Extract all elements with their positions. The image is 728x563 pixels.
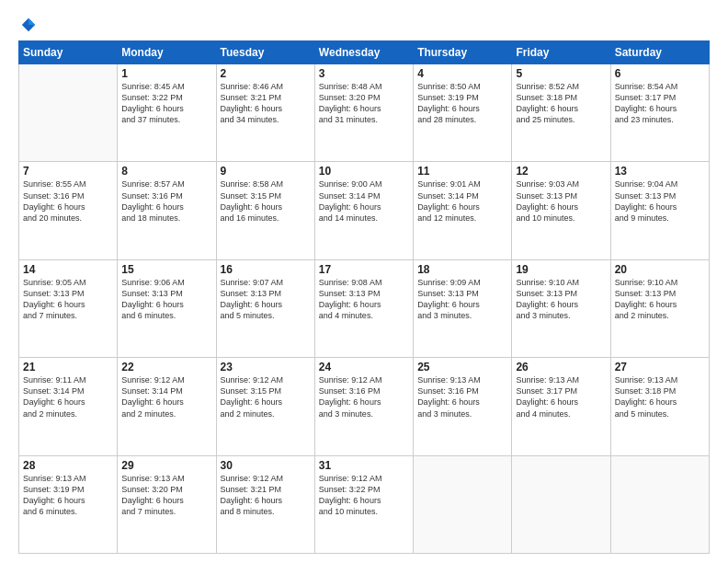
day-info: Sunrise: 9:12 AM Sunset: 3:22 PM Dayligh… bbox=[319, 473, 409, 518]
calendar-cell: 29Sunrise: 9:13 AM Sunset: 3:20 PM Dayli… bbox=[118, 455, 216, 553]
page: SundayMondayTuesdayWednesdayThursdayFrid… bbox=[0, 0, 728, 563]
day-info: Sunrise: 8:48 AM Sunset: 3:20 PM Dayligh… bbox=[319, 81, 409, 126]
calendar-cell: 25Sunrise: 9:13 AM Sunset: 3:16 PM Dayli… bbox=[414, 358, 512, 455]
calendar-cell: 14Sunrise: 9:05 AM Sunset: 3:13 PM Dayli… bbox=[19, 259, 118, 357]
calendar-week-5: 28Sunrise: 9:13 AM Sunset: 3:19 PM Dayli… bbox=[19, 455, 710, 553]
calendar-cell: 5Sunrise: 8:52 AM Sunset: 3:18 PM Daylig… bbox=[512, 64, 610, 162]
calendar-week-4: 21Sunrise: 9:11 AM Sunset: 3:14 PM Dayli… bbox=[19, 358, 710, 455]
calendar-cell: 21Sunrise: 9:11 AM Sunset: 3:14 PM Dayli… bbox=[19, 358, 118, 455]
day-header-sunday: Sunday bbox=[19, 41, 118, 64]
header-row: SundayMondayTuesdayWednesdayThursdayFrid… bbox=[19, 41, 710, 64]
day-number: 10 bbox=[319, 165, 409, 178]
day-number: 12 bbox=[516, 165, 606, 178]
day-number: 17 bbox=[319, 263, 409, 276]
day-info: Sunrise: 9:08 AM Sunset: 3:13 PM Dayligh… bbox=[319, 277, 409, 322]
calendar-cell: 8Sunrise: 8:57 AM Sunset: 3:16 PM Daylig… bbox=[118, 162, 216, 259]
day-info: Sunrise: 8:52 AM Sunset: 3:18 PM Dayligh… bbox=[516, 81, 606, 126]
calendar-cell: 30Sunrise: 9:12 AM Sunset: 3:21 PM Dayli… bbox=[216, 455, 314, 553]
calendar-cell bbox=[610, 455, 709, 553]
day-info: Sunrise: 9:13 AM Sunset: 3:18 PM Dayligh… bbox=[615, 374, 705, 419]
day-number: 23 bbox=[221, 361, 311, 373]
calendar-cell: 13Sunrise: 9:04 AM Sunset: 3:13 PM Dayli… bbox=[610, 162, 709, 259]
day-number: 8 bbox=[121, 165, 211, 178]
day-header-tuesday: Tuesday bbox=[216, 41, 314, 64]
calendar-cell: 24Sunrise: 9:12 AM Sunset: 3:16 PM Dayli… bbox=[314, 358, 413, 455]
calendar-cell: 19Sunrise: 9:10 AM Sunset: 3:13 PM Dayli… bbox=[512, 259, 610, 357]
logo-icon bbox=[20, 17, 37, 33]
day-number: 26 bbox=[516, 361, 606, 373]
day-number: 14 bbox=[23, 263, 113, 276]
day-info: Sunrise: 8:50 AM Sunset: 3:19 PM Dayligh… bbox=[417, 81, 507, 126]
day-number: 21 bbox=[23, 361, 113, 373]
day-info: Sunrise: 9:13 AM Sunset: 3:20 PM Dayligh… bbox=[121, 473, 211, 518]
day-number: 9 bbox=[221, 165, 311, 178]
day-number: 27 bbox=[615, 361, 705, 373]
calendar-week-3: 14Sunrise: 9:05 AM Sunset: 3:13 PM Dayli… bbox=[19, 259, 710, 357]
calendar-cell: 17Sunrise: 9:08 AM Sunset: 3:13 PM Dayli… bbox=[314, 259, 413, 357]
day-info: Sunrise: 9:10 AM Sunset: 3:13 PM Dayligh… bbox=[516, 277, 606, 322]
day-number: 24 bbox=[319, 361, 409, 373]
calendar-cell: 7Sunrise: 8:55 AM Sunset: 3:16 PM Daylig… bbox=[19, 162, 118, 259]
day-info: Sunrise: 8:55 AM Sunset: 3:16 PM Dayligh… bbox=[23, 178, 113, 224]
day-info: Sunrise: 9:10 AM Sunset: 3:13 PM Dayligh… bbox=[615, 277, 705, 322]
day-number: 1 bbox=[121, 67, 211, 80]
day-info: Sunrise: 8:45 AM Sunset: 3:22 PM Dayligh… bbox=[121, 81, 211, 126]
day-header-monday: Monday bbox=[118, 41, 216, 64]
calendar-cell: 26Sunrise: 9:13 AM Sunset: 3:17 PM Dayli… bbox=[512, 358, 610, 455]
calendar-cell: 22Sunrise: 9:12 AM Sunset: 3:14 PM Dayli… bbox=[118, 358, 216, 455]
day-info: Sunrise: 9:07 AM Sunset: 3:13 PM Dayligh… bbox=[221, 277, 311, 322]
day-number: 29 bbox=[121, 459, 211, 472]
calendar-cell: 3Sunrise: 8:48 AM Sunset: 3:20 PM Daylig… bbox=[314, 64, 413, 162]
day-header-wednesday: Wednesday bbox=[314, 41, 413, 64]
calendar-cell: 31Sunrise: 9:12 AM Sunset: 3:22 PM Dayli… bbox=[314, 455, 413, 553]
day-number: 20 bbox=[615, 263, 705, 276]
calendar-header: SundayMondayTuesdayWednesdayThursdayFrid… bbox=[19, 41, 710, 64]
calendar-cell: 9Sunrise: 8:58 AM Sunset: 3:15 PM Daylig… bbox=[216, 162, 314, 259]
calendar-table: SundayMondayTuesdayWednesdayThursdayFrid… bbox=[18, 40, 710, 554]
day-number: 3 bbox=[319, 67, 409, 80]
calendar-cell: 18Sunrise: 9:09 AM Sunset: 3:13 PM Dayli… bbox=[414, 259, 512, 357]
day-info: Sunrise: 8:46 AM Sunset: 3:21 PM Dayligh… bbox=[221, 81, 311, 126]
day-number: 19 bbox=[516, 263, 606, 276]
logo bbox=[18, 17, 37, 33]
day-number: 7 bbox=[23, 165, 113, 178]
day-info: Sunrise: 9:06 AM Sunset: 3:13 PM Dayligh… bbox=[121, 277, 211, 322]
day-number: 28 bbox=[23, 459, 113, 472]
day-number: 5 bbox=[516, 67, 606, 80]
day-info: Sunrise: 9:13 AM Sunset: 3:19 PM Dayligh… bbox=[23, 473, 113, 518]
header bbox=[18, 17, 710, 33]
svg-marker-1 bbox=[28, 18, 35, 25]
day-info: Sunrise: 9:12 AM Sunset: 3:14 PM Dayligh… bbox=[121, 374, 211, 419]
day-header-saturday: Saturday bbox=[610, 41, 709, 64]
day-info: Sunrise: 9:12 AM Sunset: 3:16 PM Dayligh… bbox=[319, 374, 409, 419]
day-info: Sunrise: 9:03 AM Sunset: 3:13 PM Dayligh… bbox=[516, 178, 606, 224]
day-info: Sunrise: 8:58 AM Sunset: 3:15 PM Dayligh… bbox=[221, 178, 311, 224]
day-info: Sunrise: 9:05 AM Sunset: 3:13 PM Dayligh… bbox=[23, 277, 113, 322]
day-number: 22 bbox=[121, 361, 211, 373]
calendar-cell: 16Sunrise: 9:07 AM Sunset: 3:13 PM Dayli… bbox=[216, 259, 314, 357]
calendar-cell bbox=[414, 455, 512, 553]
calendar-cell: 6Sunrise: 8:54 AM Sunset: 3:17 PM Daylig… bbox=[610, 64, 709, 162]
day-number: 11 bbox=[417, 165, 507, 178]
day-info: Sunrise: 9:04 AM Sunset: 3:13 PM Dayligh… bbox=[615, 178, 705, 224]
day-info: Sunrise: 8:54 AM Sunset: 3:17 PM Dayligh… bbox=[615, 81, 705, 126]
calendar-cell: 23Sunrise: 9:12 AM Sunset: 3:15 PM Dayli… bbox=[216, 358, 314, 455]
day-header-friday: Friday bbox=[512, 41, 610, 64]
day-info: Sunrise: 9:01 AM Sunset: 3:14 PM Dayligh… bbox=[417, 178, 507, 224]
calendar-cell: 2Sunrise: 8:46 AM Sunset: 3:21 PM Daylig… bbox=[216, 64, 314, 162]
calendar-cell: 27Sunrise: 9:13 AM Sunset: 3:18 PM Dayli… bbox=[610, 358, 709, 455]
day-number: 15 bbox=[121, 263, 211, 276]
day-info: Sunrise: 9:00 AM Sunset: 3:14 PM Dayligh… bbox=[319, 178, 409, 224]
day-info: Sunrise: 9:12 AM Sunset: 3:15 PM Dayligh… bbox=[221, 374, 311, 419]
day-number: 16 bbox=[221, 263, 311, 276]
calendar-cell: 11Sunrise: 9:01 AM Sunset: 3:14 PM Dayli… bbox=[414, 162, 512, 259]
day-header-thursday: Thursday bbox=[414, 41, 512, 64]
day-info: Sunrise: 9:12 AM Sunset: 3:21 PM Dayligh… bbox=[221, 473, 311, 518]
calendar-body: 1Sunrise: 8:45 AM Sunset: 3:22 PM Daylig… bbox=[19, 64, 710, 554]
calendar-cell bbox=[19, 64, 118, 162]
calendar-cell: 20Sunrise: 9:10 AM Sunset: 3:13 PM Dayli… bbox=[610, 259, 709, 357]
day-number: 2 bbox=[221, 67, 311, 80]
calendar-cell: 12Sunrise: 9:03 AM Sunset: 3:13 PM Dayli… bbox=[512, 162, 610, 259]
day-number: 6 bbox=[615, 67, 705, 80]
day-number: 13 bbox=[615, 165, 705, 178]
